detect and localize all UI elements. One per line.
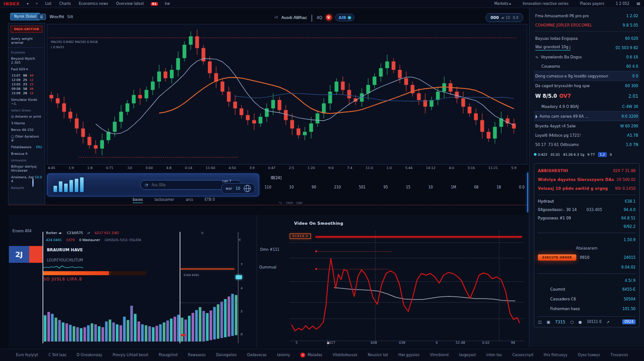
panel-row[interactable]: 50 1773 61 Odtssams1.0 7N: [534, 140, 640, 149]
table-row[interactable]: 15:092615: [10, 91, 34, 96]
chevron-down-icon[interactable]: ▾: [27, 2, 28, 6]
panel-row[interactable]: Maadory 4.9 O 80AJC-4W 30: [534, 102, 640, 111]
menu-item[interactable]: Markets ▸: [494, 2, 511, 6]
camera-icon[interactable]: ◫: [538, 320, 542, 324]
ai-toggle[interactable]: AIB: [335, 14, 354, 21]
table-row[interactable]: 13:052323: [10, 82, 34, 87]
status-item[interactable]: Euro feyiyiyt: [16, 353, 38, 357]
new-order-button[interactable]: Nyrok Diskol: [10, 13, 40, 20]
sidebar-item[interactable]: ▢ Diter Ayratovs #: [8, 133, 45, 144]
panel-row[interactable]: ◗Asma cam sarwa 49 6A ...9:0 3200: [534, 111, 640, 121]
status-item[interactable]: inton tas: [487, 353, 502, 357]
stat-chip[interactable]: 0:422: [534, 153, 548, 157]
status-item[interactable]: Oyes tsawys: [578, 353, 600, 357]
panel-row[interactable]: Loyal6 94doce pg 1721!A5.7B: [534, 131, 640, 140]
panel-row[interactable]: W 8/5.0OV72.01: [534, 90, 640, 102]
sidebar-item[interactable]: Brassua 9: [8, 150, 45, 157]
sub-tab[interactable]: lactosamer: [154, 198, 174, 203]
status-item[interactable]: this fistcueyy: [544, 353, 567, 357]
sidebar-item[interactable]: Avery weight arsenal: [8, 35, 45, 46]
stat-chip[interactable]: 0: [610, 153, 612, 157]
status-item[interactable]: Rtaugziind: [159, 353, 178, 357]
execute-button[interactable]: EXECUTE ORDER: [538, 254, 576, 261]
table-row[interactable]: 09:085808: [10, 87, 34, 91]
status-item[interactable]: Cassoccnyd: [512, 353, 533, 357]
sidebar-item[interactable]: Fwd 009 ▾: [8, 66, 45, 73]
hamburger-icon[interactable]: ≡: [636, 1, 640, 7]
panel-row[interactable]: Da caged brysxuldn hog spw60 300: [534, 81, 640, 90]
status-item[interactable]: !Maiadas: [300, 353, 322, 357]
session-switch[interactable]: war 10: [221, 183, 255, 194]
menu-item[interactable]: 1 2 052: [616, 2, 629, 6]
status-item[interactable]: Daivegeiios: [216, 353, 236, 357]
status-item[interactable]: D Gnoaksnzay: [77, 353, 102, 357]
menu-item[interactable]: Overview latest: [116, 2, 144, 6]
table-row[interactable]: 13:078849: [10, 73, 34, 78]
stat-chip[interactable]: 9 77: [587, 153, 595, 157]
sidebar-item[interactable]: Beyond Wytch 2.305: [8, 55, 45, 66]
drop-icon[interactable]: ○: [570, 320, 574, 324]
alert-row[interactable]: Widviya dqyotos Giorsszyors DAs20 500.02: [538, 175, 636, 184]
box-row[interactable]: Pygsoswas #1 09 94.8 51: [538, 214, 636, 222]
sidebar-item[interactable]: Ansiewra, Aar 410.0: [8, 174, 45, 184]
account-row[interactable]: Fisherman haez101.50: [538, 304, 636, 314]
status-item[interactable]: taieiniy: [277, 353, 290, 357]
panel-row[interactable]: Couwamo60 4.0: [534, 61, 640, 71]
panel-row[interactable]: Fma Amusamordi P6 pro pre1 2.02: [534, 11, 640, 20]
globe-icon[interactable]: [32, 178, 33, 187]
sidebar-item[interactable]: PstaldwasosDIU: [8, 144, 45, 150]
panel-row[interactable]: Dong cumazus-a 9g lesatbi sagyyeoun0 0: [534, 71, 640, 81]
status-item[interactable]: Tnssarcos: [610, 353, 628, 357]
status-item[interactable]: Hwi gypsies: [399, 353, 420, 357]
sub-tab[interactable]: arcs: [186, 198, 193, 203]
sub-tab[interactable]: ETB 0: [204, 198, 215, 203]
sub-tab[interactable]: bases: [133, 198, 143, 203]
watchlist-tab[interactable]: Wrocfht: [50, 15, 64, 19]
stat-chip[interactable]: 41:26 6.3 1g: [563, 153, 584, 157]
status-item[interactable]: Prevyiy Lihtad besst: [113, 353, 149, 357]
account-row[interactable]: Cassadero C650504: [538, 294, 636, 304]
panel-row[interactable]: Wai grandoid 10g j01 503 9 82: [534, 43, 640, 52]
box-row[interactable]: 04gsoodassc-. 30 14 033.405 94.4.0: [538, 205, 636, 214]
menu-item[interactable]: List: [45, 2, 51, 6]
table-row[interactable]: 12:092512: [10, 78, 34, 82]
search-input[interactable]: [151, 183, 228, 188]
account-row[interactable]: Coumnt6455-E: [538, 284, 636, 294]
divider-cursor[interactable]: [180, 232, 180, 343]
sidebar-item[interactable]: 3-Hazna: [8, 120, 45, 127]
symbol-name[interactable]: Avodi AWhac: [281, 15, 307, 20]
main-chart[interactable]: MA(20) 0.9462 MA(50) 0.9418 ( 0.9433: [47, 24, 527, 165]
footer-chip[interactable]: 0924: [622, 319, 636, 324]
stat-chip-active[interactable]: 1.2: [598, 152, 607, 157]
menu-item[interactable]: Places payers: [580, 2, 604, 6]
position-count-box[interactable]: 2J: [9, 246, 29, 263]
monitor-icon[interactable]: ▣: [547, 320, 551, 324]
status-item[interactable]: lasgeyast: [459, 353, 476, 357]
alert-row[interactable]: Velsasj 10 p6do switid g srgog90r 0.1450: [538, 184, 636, 193]
interval-label[interactable]: 4Q: [317, 15, 322, 20]
status-item[interactable]: Vimcbiend: [430, 353, 448, 357]
bolt-icon[interactable]: ⚡: [35, 2, 38, 6]
clock-pill[interactable]: 000 ⇄ 10 0.9: [486, 13, 523, 22]
status-item[interactable]: Nousicn tat: [368, 353, 388, 357]
panel-row[interactable]: COHOMNE JOPLER EROCOMEL9.8 5.05: [534, 20, 640, 30]
status-item[interactable]: Vilatdsdeuvas: [333, 353, 357, 357]
panel-row[interactable]: Bayuas lodao Engspoa60 020: [534, 34, 640, 43]
drop2-icon[interactable]: ●: [579, 320, 582, 324]
sidebar-item[interactable]: Simulator Kinds ~1.: [8, 96, 45, 107]
menu-item[interactable]: Innovation reactive series: [523, 2, 568, 6]
menu-item[interactable]: Economics news: [79, 2, 108, 6]
alert-icon[interactable]: V: [326, 15, 332, 20]
set-tab[interactable]: Silt: [67, 15, 73, 19]
status-item[interactable]: Oadavecas: [247, 353, 266, 357]
panel-row[interactable]: Bryeda 4aypt r4 5alwW 60 290: [534, 121, 640, 131]
layout-menu-icon[interactable]: ≣: [37, 14, 46, 20]
alert-row[interactable]: ABBISHESTHI020 7 31.88: [538, 166, 636, 175]
menu-item[interactable]: Charts: [59, 2, 71, 6]
sidebar-item[interactable]: Bervo 44-150: [8, 127, 45, 133]
panel-row[interactable]: ∿Veyowlands Ba Dogss0.6 £6: [534, 52, 640, 61]
sidebar-item[interactable]: ◎ Antares or print: [8, 113, 45, 120]
price-tag[interactable]: [236, 275, 242, 279]
risk-box[interactable]: [29, 246, 42, 263]
stat-chip[interactable]: 01.01: [551, 153, 560, 157]
